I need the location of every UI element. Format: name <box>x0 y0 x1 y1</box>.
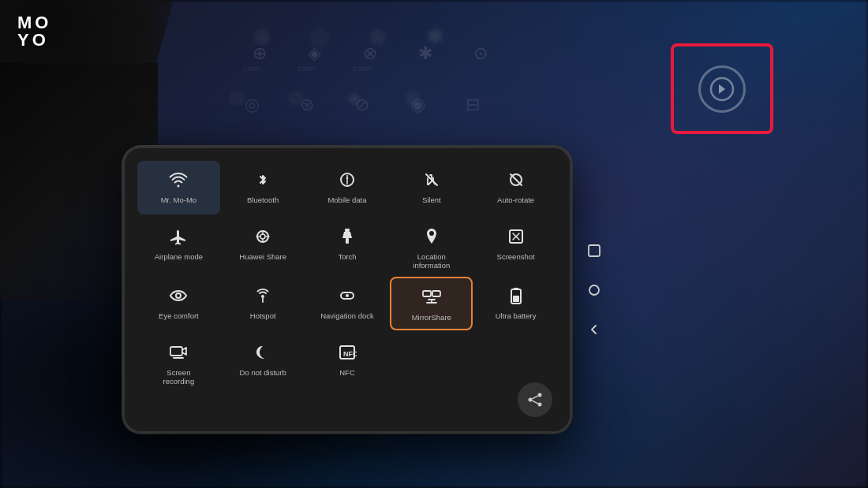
phone-body: Mr. Mo-Mo Bluetooth <box>122 146 572 434</box>
tile-bluetooth[interactable]: Bluetooth <box>222 161 305 214</box>
quick-settings-grid: Mr. Mo-Mo Bluetooth <box>133 158 562 393</box>
silent-icon <box>419 167 444 192</box>
tile-screenshot-label: Screenshot <box>497 252 535 261</box>
location-icon <box>419 224 444 249</box>
svg-rect-15 <box>423 291 431 296</box>
bg-icon-3: ⊗ <box>369 24 387 50</box>
svg-point-25 <box>529 398 533 402</box>
eye-comfort-icon <box>166 283 191 308</box>
bg-icon-2: ◎ <box>310 24 329 50</box>
screenshot-icon <box>503 224 529 249</box>
airplane-icon <box>166 224 191 249</box>
battery-icon <box>503 283 529 308</box>
brand-logo-line1: MO <box>17 14 51 32</box>
brand-logo: MO YO <box>17 14 51 49</box>
tile-silent-label: Silent <box>422 196 441 204</box>
dnd-icon <box>250 340 275 365</box>
nfc-icon: NFC <box>335 340 360 365</box>
svg-point-24 <box>538 393 542 397</box>
svg-point-14 <box>346 294 349 297</box>
bg-icon-1: ⊕ <box>253 24 271 50</box>
tile-do-not-disturb-label: Do not disturb <box>240 368 286 377</box>
nav-dock-icon <box>335 283 360 308</box>
bg-qs-row-2: ⊙ ⊘ ◈ ⊛ <box>229 87 663 109</box>
mobile-data-icon <box>335 167 360 192</box>
tile-eye-comfort[interactable]: Eye comfort <box>137 277 220 330</box>
red-highlight-inner-icon <box>698 65 746 113</box>
svg-rect-20 <box>170 347 182 356</box>
bg-icon-6: ⊘ <box>288 87 304 109</box>
phone-device: Mr. Mo-Mo Bluetooth <box>122 146 572 434</box>
bluetooth-icon <box>250 167 275 192</box>
tile-screenshot[interactable]: Screenshot <box>474 218 557 274</box>
tile-mirrorshare-label: MirrorShare <box>412 313 451 322</box>
tile-hotspot[interactable]: Hotspot <box>222 277 305 330</box>
tile-mobile-data-label: Mobile data <box>327 196 366 204</box>
tile-do-not-disturb[interactable]: Do not disturb <box>222 333 305 389</box>
nav-btn-back[interactable] <box>583 319 605 341</box>
svg-point-30 <box>589 285 599 295</box>
svg-point-7 <box>260 234 265 239</box>
tile-auto-rotate[interactable]: Auto-rotate <box>474 161 557 214</box>
bg-icon-7: ◈ <box>347 87 361 109</box>
mirrorshare-icon <box>419 285 444 310</box>
torch-icon <box>335 224 360 249</box>
huawei-share-icon <box>250 224 275 249</box>
tile-huawei-share-label: Huawei Share <box>239 252 286 261</box>
tile-mr-mo-mo-label: Mr. Mo-Mo <box>161 196 196 204</box>
bg-qs-row-1: ⊕ ◎ ⊗ ✱ <box>253 24 663 50</box>
tile-mobile-data[interactable]: Mobile data <box>306 161 389 214</box>
bg-icon-8: ⊛ <box>405 87 421 109</box>
tile-screen-recording[interactable]: Screen recording <box>137 333 220 389</box>
auto-rotate-icon <box>503 167 529 192</box>
tile-torch-label: Torch <box>338 252 356 261</box>
svg-point-11 <box>176 293 181 298</box>
svg-line-28 <box>532 400 537 404</box>
hotspot-icon <box>250 283 275 308</box>
nav-btn-recent[interactable] <box>583 240 605 262</box>
tile-torch[interactable]: Torch <box>306 218 389 274</box>
red-highlight-box <box>671 43 773 134</box>
wifi-icon <box>166 167 191 192</box>
android-nav-buttons <box>583 240 605 341</box>
svg-rect-8 <box>345 229 350 232</box>
brand-logo-line2: YO <box>17 32 51 49</box>
tile-hotspot-label: Hotspot <box>250 311 276 320</box>
svg-point-26 <box>538 403 542 407</box>
tile-bluetooth-label: Bluetooth <box>247 196 279 204</box>
tile-location-information[interactable]: Location information <box>390 218 473 274</box>
tile-nfc-label: NFC <box>339 368 355 377</box>
bg-icon-4: ✱ <box>426 24 444 50</box>
screen-rec-icon <box>166 340 191 365</box>
tile-airplane-mode-label: Airplane mode <box>155 252 203 261</box>
tile-mirrorshare[interactable]: MirrorShare <box>390 277 473 330</box>
share-button[interactable] <box>518 382 552 417</box>
tile-mr-mo-mo[interactable]: Mr. Mo-Mo <box>137 161 220 214</box>
svg-text:NFC: NFC <box>343 349 357 357</box>
tile-huawei-share[interactable]: Huawei Share <box>222 218 305 274</box>
svg-rect-29 <box>589 245 600 256</box>
tile-ultra-battery[interactable]: Ultra battery <box>474 277 557 330</box>
tile-screen-recording-label: Screen recording <box>150 368 207 386</box>
bg-icon-5: ⊙ <box>229 87 245 109</box>
svg-rect-16 <box>432 291 440 296</box>
tile-auto-rotate-label: Auto-rotate <box>497 196 534 204</box>
tile-ultra-battery-label: Ultra battery <box>496 311 537 320</box>
phone-screen: Mr. Mo-Mo Bluetooth <box>125 148 570 431</box>
tile-silent[interactable]: Silent <box>390 161 473 214</box>
svg-line-27 <box>532 396 537 399</box>
svg-rect-19 <box>513 296 519 302</box>
nav-btn-home[interactable] <box>583 279 605 301</box>
svg-rect-18 <box>514 288 518 290</box>
tile-nfc[interactable]: NFC NFC <box>306 333 389 389</box>
tile-location-information-label: Location information <box>403 252 460 270</box>
tile-eye-comfort-label: Eye comfort <box>159 311 199 320</box>
tile-airplane-mode[interactable]: Airplane mode <box>137 218 220 274</box>
tile-navigation-dock-label: Navigation dock <box>320 311 374 320</box>
tile-navigation-dock[interactable]: Navigation dock <box>306 277 389 330</box>
svg-rect-9 <box>346 238 349 244</box>
